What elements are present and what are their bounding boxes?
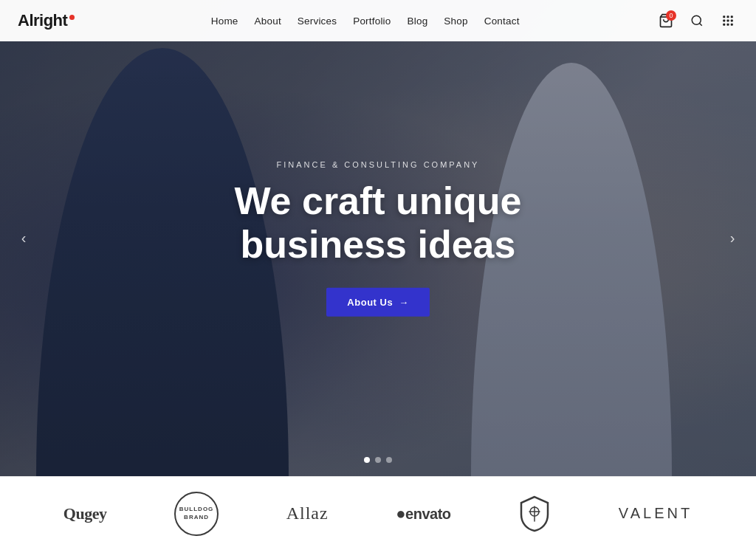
logo-shield	[518, 495, 551, 532]
logo-qugey: Qugey	[63, 504, 107, 523]
site-header: Alright Home About Services Portfolio Bl…	[0, 0, 756, 41]
grid-icon[interactable]	[718, 10, 738, 31]
nav-portfolio[interactable]: Portfolio	[353, 16, 391, 27]
cart-icon[interactable]: 0	[656, 10, 676, 31]
nav-about[interactable]: About	[255, 16, 281, 27]
svg-line-2	[699, 23, 701, 25]
partner-logos-strip: Qugey BULLDOGBRAND Allaz ●envato VALENT	[0, 476, 756, 550]
hero-title: We craft unique business ideas	[157, 179, 599, 267]
nav-contact[interactable]: Contact	[484, 16, 520, 27]
svg-rect-4	[726, 16, 729, 18]
hero-title-line2: business ideas	[241, 223, 516, 266]
main-nav: Home About Services Portfolio Blog Shop …	[211, 16, 520, 27]
logo-dot	[69, 15, 75, 20]
nav-home[interactable]: Home	[211, 16, 238, 27]
logo-envato-text: ●envato	[396, 504, 450, 523]
hero-cta-button[interactable]: About Us →	[326, 288, 429, 317]
svg-rect-6	[723, 20, 725, 22]
cart-badge: 0	[666, 10, 676, 21]
svg-rect-9	[723, 24, 725, 26]
logo-valent: VALENT	[619, 505, 693, 522]
logo-shield-icon	[518, 495, 551, 532]
carousel-dot-3[interactable]	[386, 457, 392, 463]
carousel-prev-button[interactable]: ‹	[10, 225, 37, 252]
hero-btn-label: About Us	[347, 297, 393, 308]
hero-subtitle: Finance & Consulting Company	[157, 159, 599, 168]
logo-qugey-text: Qugey	[63, 504, 107, 523]
logo-circle-text: BULLDOGBRAND	[179, 506, 214, 521]
right-arrow-icon: ›	[730, 230, 735, 247]
hero-btn-arrow: →	[399, 297, 409, 308]
header-icons: 0	[656, 10, 738, 31]
svg-rect-3	[723, 16, 725, 18]
carousel-dot-2[interactable]	[375, 457, 381, 463]
logo-allaz: Allaz	[286, 503, 329, 523]
hero-section: Finance & Consulting Company We craft un…	[0, 0, 756, 476]
svg-rect-10	[726, 24, 729, 26]
carousel-dots	[364, 457, 392, 463]
hero-content: Finance & Consulting Company We craft un…	[157, 159, 599, 317]
logo-envato: ●envato	[396, 504, 450, 523]
search-icon[interactable]	[687, 10, 707, 31]
site-logo[interactable]: Alright	[18, 11, 75, 30]
svg-rect-7	[726, 20, 729, 22]
svg-rect-8	[731, 20, 733, 22]
nav-blog[interactable]: Blog	[408, 16, 428, 27]
logo-bulldog: BULLDOGBRAND	[174, 492, 219, 536]
svg-point-1	[692, 16, 701, 24]
logo-valent-text: VALENT	[619, 505, 693, 522]
carousel-dot-1[interactable]	[364, 457, 370, 463]
hero-title-line1: We craft unique	[234, 179, 521, 221]
svg-rect-5	[731, 16, 733, 18]
carousel-next-button[interactable]: ›	[719, 225, 746, 252]
nav-services[interactable]: Services	[298, 16, 337, 27]
logo-allaz-text: Allaz	[286, 503, 329, 523]
left-arrow-icon: ‹	[21, 230, 27, 247]
svg-rect-11	[731, 24, 733, 26]
nav-shop[interactable]: Shop	[444, 16, 467, 27]
logo-text: Alright	[18, 11, 67, 30]
logo-circle: BULLDOGBRAND	[174, 492, 219, 536]
